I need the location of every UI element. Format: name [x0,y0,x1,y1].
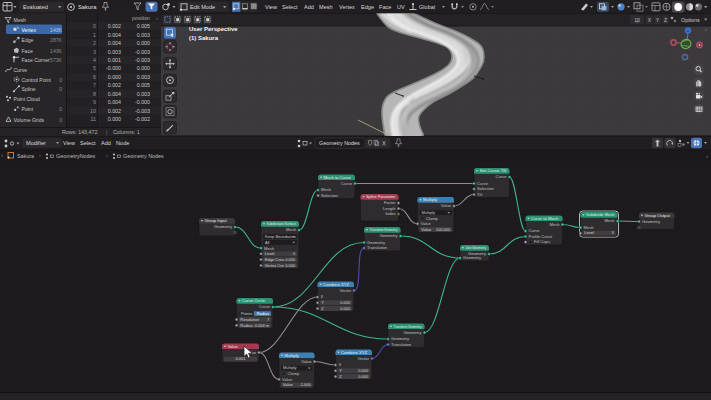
svg-text:0.000: 0.000 [137,65,150,71]
svg-text:Selection: Selection [477,186,495,191]
svg-text:Resolution: Resolution [240,317,259,322]
svg-text:-0.000: -0.000 [106,65,121,71]
svg-text:Curve Circle: Curve Circle [242,298,266,303]
svg-text:1β: 1β [634,17,640,23]
svg-text:5: 5 [93,65,96,71]
svg-text:2: 2 [93,40,96,46]
svg-text:Control Point: Control Point [22,77,52,83]
svg-text:Mesh to Curve: Mesh to Curve [324,175,352,180]
svg-text:Value: Value [421,221,432,226]
svg-text:Select: Select [282,4,298,10]
svg-text:0.001: 0.001 [235,356,246,361]
svg-text:Geometry Nodes: Geometry Nodes [319,140,360,146]
svg-text:Add: Add [101,140,111,146]
svg-text:Geometry: Geometry [367,240,386,245]
svg-text:Curve: Curve [496,174,508,179]
svg-text:Point: Point [22,106,34,112]
svg-text:0.005: 0.005 [137,82,150,88]
svg-text:Combine XYZ: Combine XYZ [323,282,350,287]
svg-text:Y: Y [321,300,324,305]
svg-text:Face: Face [379,4,391,10]
svg-text:Value: Value [441,203,452,208]
svg-text:Z: Z [664,17,667,23]
svg-text:0.002: 0.002 [108,82,121,88]
svg-text:|: | [106,129,107,135]
svg-text:Value: Value [301,359,312,364]
svg-text:0.003: 0.003 [137,74,150,80]
svg-text:Combine XYZ: Combine XYZ [341,350,368,355]
svg-text:Multiply: Multiply [423,197,438,202]
svg-text:Curve: Curve [341,181,353,186]
svg-text:Translation: Translation [367,245,388,250]
svg-text:0.004: 0.004 [108,40,121,46]
svg-text:Mesh: Mesh [321,187,332,192]
svg-text:Selection: Selection [321,193,339,198]
svg-text:‹: ‹ [705,26,707,32]
svg-text:Profile Curve: Profile Curve [529,234,553,239]
svg-text:-1.000: -1.000 [299,382,311,387]
svg-text:Vertex: Vertex [22,27,37,33]
svg-text:143K: 143K [50,48,62,54]
svg-text:0.002: 0.002 [108,23,121,29]
svg-text:Mesh: Mesh [319,4,333,10]
svg-text:Modifier: Modifier [26,140,46,146]
svg-text:Vector: Vector [339,288,351,293]
svg-text:0: 0 [59,86,62,92]
svg-text:0.004: 0.004 [108,32,121,38]
svg-text:Radius: Radius [240,323,252,328]
svg-text:Group Input: Group Input [205,218,228,223]
svg-text:Level: Level [265,251,275,256]
svg-text:Set Curve Tilt: Set Curve Tilt [480,168,508,173]
svg-text:View: View [265,4,278,10]
svg-text:0.002: 0.002 [108,108,121,114]
svg-text:-0.003: -0.003 [135,57,150,63]
svg-text:573K: 573K [50,57,62,63]
svg-text:Translation: Translation [391,342,412,347]
svg-text:Curve: Curve [477,181,489,186]
svg-text:0.003: 0.003 [137,91,150,97]
svg-text:Factor: Factor [384,200,396,205]
svg-text:Curve: Curve [14,67,28,73]
svg-text:Mesh: Mesh [286,227,297,232]
svg-text:All: All [265,240,270,245]
svg-text:Face: Face [22,48,33,54]
svg-text:-0.002: -0.002 [135,116,150,122]
svg-text:Options: Options [681,17,700,23]
svg-text:User Perspective: User Perspective [189,26,238,32]
svg-text:11: 11 [91,116,97,122]
svg-text:Fill Caps: Fill Caps [534,239,550,244]
svg-text:Geometry: Geometry [463,255,482,260]
svg-text:Spline Parameter: Spline Parameter [366,194,396,199]
svg-text:X: X [339,362,342,367]
svg-text:Tilt: Tilt [477,192,483,197]
svg-text:Clamp: Clamp [426,216,439,221]
svg-text:UV: UV [397,4,405,10]
svg-text:Face Corner: Face Corner [22,57,51,63]
svg-text:(1) Sakura: (1) Sakura [189,35,219,41]
svg-text:Mesh: Mesh [549,222,560,227]
svg-text:Geometry Nodes: Geometry Nodes [123,153,164,159]
svg-text:Global: Global [419,4,435,10]
svg-text:X: X [321,294,324,299]
svg-text:Level: Level [584,230,594,235]
svg-text:Rows: 143,472: Rows: 143,472 [62,129,97,135]
svg-text:143K: 143K [50,27,62,33]
svg-text:0: 0 [59,117,62,123]
svg-text:Value: Value [228,344,239,349]
svg-text:0.000: 0.000 [137,40,150,46]
svg-text:0.004: 0.004 [108,99,121,105]
svg-text:›: › [1,152,3,158]
svg-text:Value: Value [282,377,293,382]
svg-text:10: 10 [90,108,96,114]
svg-text:Keep Boundaries: Keep Boundaries [265,234,296,239]
svg-text:-0.000: -0.000 [135,99,150,105]
svg-text:Mesh: Mesh [264,246,275,251]
svg-text:Geometry: Geometry [380,233,399,238]
svg-text:Points: Points [241,311,252,316]
svg-text:0.003: 0.003 [137,32,150,38]
svg-text:-0.003: -0.003 [135,108,150,114]
svg-text:7: 7 [93,82,96,88]
svg-text:Vector: Vector [357,356,369,361]
svg-text:Edge Crea: Edge Crea [265,257,285,262]
svg-text:0: 0 [59,77,62,83]
